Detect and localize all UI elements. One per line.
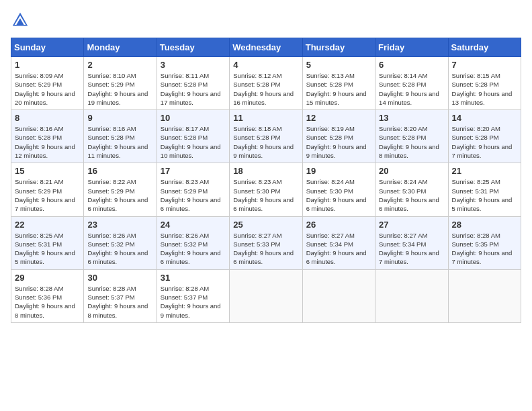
day-info-30: Sunrise: 8:28 AMSunset: 5:37 PMDaylight:… xyxy=(87,284,152,320)
day-number-1: 1 xyxy=(15,60,80,70)
calendar-week-1: 1Sunrise: 8:09 AMSunset: 5:29 PMDaylight… xyxy=(11,57,521,110)
page-header xyxy=(11,11,521,30)
calendar-day-4: 4Sunrise: 8:12 AMSunset: 5:28 PMDaylight… xyxy=(230,57,302,110)
calendar-day-14: 14Sunrise: 8:20 AMSunset: 5:28 PMDayligh… xyxy=(448,110,521,163)
calendar-week-4: 22Sunrise: 8:25 AMSunset: 5:31 PMDayligh… xyxy=(11,216,521,269)
day-info-12: Sunrise: 8:19 AMSunset: 5:28 PMDaylight:… xyxy=(306,124,371,160)
calendar-day-2: 2Sunrise: 8:10 AMSunset: 5:29 PMDaylight… xyxy=(84,57,157,110)
day-number-25: 25 xyxy=(233,220,298,230)
day-info-9: Sunrise: 8:16 AMSunset: 5:28 PMDaylight:… xyxy=(87,124,152,160)
day-number-24: 24 xyxy=(161,220,226,230)
calendar-day-21: 21Sunrise: 8:25 AMSunset: 5:31 PMDayligh… xyxy=(448,163,521,216)
empty-cell xyxy=(230,269,302,322)
day-info-4: Sunrise: 8:12 AMSunset: 5:28 PMDaylight:… xyxy=(233,71,298,107)
calendar-day-8: 8Sunrise: 8:16 AMSunset: 5:28 PMDaylight… xyxy=(11,110,84,163)
day-number-20: 20 xyxy=(379,166,444,176)
day-info-18: Sunrise: 8:23 AMSunset: 5:30 PMDaylight:… xyxy=(233,177,298,213)
weekday-header-friday: Friday xyxy=(375,38,448,57)
day-number-5: 5 xyxy=(306,60,371,70)
calendar-week-3: 15Sunrise: 8:21 AMSunset: 5:29 PMDayligh… xyxy=(11,163,521,216)
day-info-21: Sunrise: 8:25 AMSunset: 5:31 PMDaylight:… xyxy=(452,177,517,213)
day-number-19: 19 xyxy=(306,166,371,176)
empty-cell xyxy=(448,269,521,322)
calendar-day-16: 16Sunrise: 8:22 AMSunset: 5:29 PMDayligh… xyxy=(84,163,157,216)
day-number-16: 16 xyxy=(87,166,152,176)
empty-cell xyxy=(375,269,448,322)
calendar-day-13: 13Sunrise: 8:20 AMSunset: 5:28 PMDayligh… xyxy=(375,110,448,163)
day-number-7: 7 xyxy=(452,60,517,70)
calendar-day-3: 3Sunrise: 8:11 AMSunset: 5:28 PMDaylight… xyxy=(157,57,229,110)
day-info-27: Sunrise: 8:27 AMSunset: 5:34 PMDaylight:… xyxy=(379,231,444,267)
day-number-15: 15 xyxy=(15,166,80,176)
day-info-16: Sunrise: 8:22 AMSunset: 5:29 PMDaylight:… xyxy=(87,177,152,213)
day-info-15: Sunrise: 8:21 AMSunset: 5:29 PMDaylight:… xyxy=(15,177,80,213)
weekday-header-sunday: Sunday xyxy=(11,38,84,57)
calendar-day-19: 19Sunrise: 8:24 AMSunset: 5:30 PMDayligh… xyxy=(302,163,375,216)
calendar-day-5: 5Sunrise: 8:13 AMSunset: 5:28 PMDaylight… xyxy=(302,57,375,110)
day-info-14: Sunrise: 8:20 AMSunset: 5:28 PMDaylight:… xyxy=(452,124,517,160)
day-info-19: Sunrise: 8:24 AMSunset: 5:30 PMDaylight:… xyxy=(306,177,371,213)
calendar-week-2: 8Sunrise: 8:16 AMSunset: 5:28 PMDaylight… xyxy=(11,110,521,163)
weekday-header-thursday: Thursday xyxy=(302,38,375,57)
day-number-31: 31 xyxy=(161,273,226,283)
calendar-day-10: 10Sunrise: 8:17 AMSunset: 5:28 PMDayligh… xyxy=(157,110,229,163)
day-info-31: Sunrise: 8:28 AMSunset: 5:37 PMDaylight:… xyxy=(161,284,226,320)
day-number-29: 29 xyxy=(15,273,80,283)
day-number-13: 13 xyxy=(379,113,444,123)
calendar-day-26: 26Sunrise: 8:27 AMSunset: 5:34 PMDayligh… xyxy=(302,216,375,269)
calendar-day-31: 31Sunrise: 8:28 AMSunset: 5:37 PMDayligh… xyxy=(157,269,229,322)
calendar-day-29: 29Sunrise: 8:28 AMSunset: 5:36 PMDayligh… xyxy=(11,269,84,322)
day-number-9: 9 xyxy=(87,113,152,123)
day-number-8: 8 xyxy=(15,113,80,123)
day-number-18: 18 xyxy=(233,166,298,176)
day-info-1: Sunrise: 8:09 AMSunset: 5:29 PMDaylight:… xyxy=(15,71,80,107)
calendar-day-1: 1Sunrise: 8:09 AMSunset: 5:29 PMDaylight… xyxy=(11,57,84,110)
weekday-header-wednesday: Wednesday xyxy=(230,38,302,57)
calendar-day-11: 11Sunrise: 8:18 AMSunset: 5:28 PMDayligh… xyxy=(230,110,302,163)
day-info-13: Sunrise: 8:20 AMSunset: 5:28 PMDaylight:… xyxy=(379,124,444,160)
day-number-2: 2 xyxy=(87,60,152,70)
day-number-23: 23 xyxy=(87,220,152,230)
day-info-6: Sunrise: 8:14 AMSunset: 5:28 PMDaylight:… xyxy=(379,71,444,107)
day-info-7: Sunrise: 8:15 AMSunset: 5:28 PMDaylight:… xyxy=(452,71,517,107)
day-info-10: Sunrise: 8:17 AMSunset: 5:28 PMDaylight:… xyxy=(161,124,226,160)
calendar-day-30: 30Sunrise: 8:28 AMSunset: 5:37 PMDayligh… xyxy=(84,269,157,322)
calendar-day-22: 22Sunrise: 8:25 AMSunset: 5:31 PMDayligh… xyxy=(11,216,84,269)
calendar-day-24: 24Sunrise: 8:26 AMSunset: 5:32 PMDayligh… xyxy=(157,216,229,269)
day-info-3: Sunrise: 8:11 AMSunset: 5:28 PMDaylight:… xyxy=(161,71,226,107)
calendar-day-7: 7Sunrise: 8:15 AMSunset: 5:28 PMDaylight… xyxy=(448,57,521,110)
day-info-20: Sunrise: 8:24 AMSunset: 5:30 PMDaylight:… xyxy=(379,177,444,213)
day-number-10: 10 xyxy=(161,113,226,123)
day-number-11: 11 xyxy=(233,113,298,123)
day-number-26: 26 xyxy=(306,220,371,230)
calendar-day-20: 20Sunrise: 8:24 AMSunset: 5:30 PMDayligh… xyxy=(375,163,448,216)
day-info-23: Sunrise: 8:26 AMSunset: 5:32 PMDaylight:… xyxy=(87,231,152,267)
calendar-day-23: 23Sunrise: 8:26 AMSunset: 5:32 PMDayligh… xyxy=(84,216,157,269)
calendar-day-12: 12Sunrise: 8:19 AMSunset: 5:28 PMDayligh… xyxy=(302,110,375,163)
day-number-27: 27 xyxy=(379,220,444,230)
day-number-30: 30 xyxy=(87,273,152,283)
calendar-day-17: 17Sunrise: 8:23 AMSunset: 5:29 PMDayligh… xyxy=(157,163,229,216)
day-info-2: Sunrise: 8:10 AMSunset: 5:29 PMDaylight:… xyxy=(87,71,152,107)
day-info-28: Sunrise: 8:28 AMSunset: 5:35 PMDaylight:… xyxy=(452,231,517,267)
calendar-week-5: 29Sunrise: 8:28 AMSunset: 5:36 PMDayligh… xyxy=(11,269,521,322)
day-info-25: Sunrise: 8:27 AMSunset: 5:33 PMDaylight:… xyxy=(233,231,298,267)
calendar-day-28: 28Sunrise: 8:28 AMSunset: 5:35 PMDayligh… xyxy=(448,216,521,269)
day-info-17: Sunrise: 8:23 AMSunset: 5:29 PMDaylight:… xyxy=(161,177,226,213)
day-number-3: 3 xyxy=(161,60,226,70)
calendar-day-6: 6Sunrise: 8:14 AMSunset: 5:28 PMDaylight… xyxy=(375,57,448,110)
day-number-6: 6 xyxy=(379,60,444,70)
weekday-header-monday: Monday xyxy=(84,38,157,57)
calendar-day-9: 9Sunrise: 8:16 AMSunset: 5:28 PMDaylight… xyxy=(84,110,157,163)
day-info-8: Sunrise: 8:16 AMSunset: 5:28 PMDaylight:… xyxy=(15,124,80,160)
logo xyxy=(11,11,32,30)
day-info-26: Sunrise: 8:27 AMSunset: 5:34 PMDaylight:… xyxy=(306,231,371,267)
calendar-day-25: 25Sunrise: 8:27 AMSunset: 5:33 PMDayligh… xyxy=(230,216,302,269)
day-number-21: 21 xyxy=(452,166,517,176)
calendar-table: SundayMondayTuesdayWednesdayThursdayFrid… xyxy=(11,38,521,323)
day-info-24: Sunrise: 8:26 AMSunset: 5:32 PMDaylight:… xyxy=(161,231,226,267)
day-number-12: 12 xyxy=(306,113,371,123)
weekday-header-saturday: Saturday xyxy=(448,38,521,57)
day-info-22: Sunrise: 8:25 AMSunset: 5:31 PMDaylight:… xyxy=(15,231,80,267)
day-info-11: Sunrise: 8:18 AMSunset: 5:28 PMDaylight:… xyxy=(233,124,298,160)
